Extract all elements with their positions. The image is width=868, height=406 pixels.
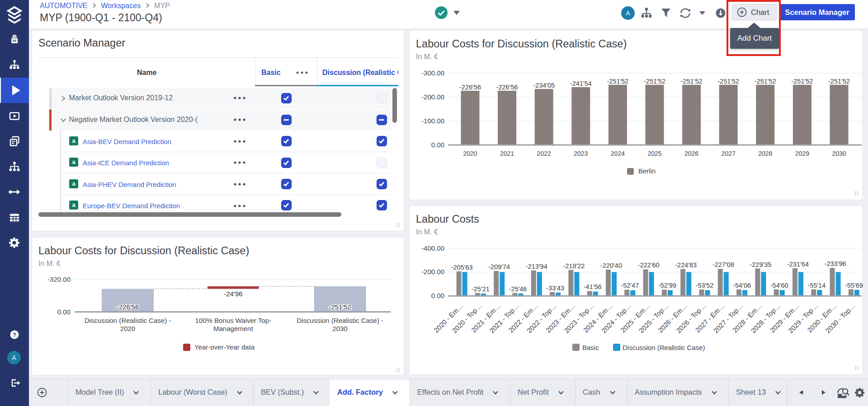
svg-text:-231'64: -231'64 bbox=[787, 261, 809, 268]
svg-text:-400.00: -400.00 bbox=[421, 244, 444, 252]
svg-text:-52'47: -52'47 bbox=[621, 282, 639, 289]
svg-text:-251'52: -251'52 bbox=[329, 303, 351, 311]
svg-text:Year-over-Year data: Year-over-Year data bbox=[194, 343, 255, 351]
svg-text:-209'74: -209'74 bbox=[488, 263, 510, 271]
svg-text:2030: 2030 bbox=[332, 325, 347, 332]
svg-text:2030: 2030 bbox=[832, 150, 846, 157]
svg-text:-227'08: -227'08 bbox=[712, 261, 734, 268]
svg-text:0.00: 0.00 bbox=[431, 141, 444, 149]
svg-text:-55'69: -55'69 bbox=[845, 282, 863, 289]
svg-text:Basic: Basic bbox=[582, 344, 599, 351]
svg-text:-52'99: -52'99 bbox=[658, 282, 676, 289]
svg-text:Management: Management bbox=[213, 325, 253, 332]
svg-text:-54'60: -54'60 bbox=[770, 282, 788, 289]
svg-text:-251'52: -251'52 bbox=[791, 78, 813, 85]
svg-text:-41'56: -41'56 bbox=[584, 283, 602, 290]
svg-text:Discussion (Realistic Case) -: Discussion (Realistic Case) - bbox=[85, 317, 171, 324]
svg-text:-25'46: -25'46 bbox=[509, 285, 527, 293]
svg-text:Berlin: Berlin bbox=[638, 167, 656, 175]
svg-text:-251'52: -251'52 bbox=[828, 78, 850, 85]
svg-text:2020: 2020 bbox=[463, 150, 477, 157]
svg-text:-251'52: -251'52 bbox=[607, 78, 628, 85]
svg-text:-55'14: -55'14 bbox=[807, 282, 826, 289]
svg-text:-226'56: -226'56 bbox=[117, 303, 139, 311]
svg-text:2028: 2028 bbox=[758, 150, 772, 157]
svg-text:2026: 2026 bbox=[684, 150, 698, 157]
svg-text:-224'83: -224'83 bbox=[675, 261, 697, 269]
svg-text:-218'22: -218'22 bbox=[563, 262, 585, 270]
svg-text:-234'05: -234'05 bbox=[533, 82, 555, 89]
svg-text:100% Bonus Waiver Top-: 100% Bonus Waiver Top- bbox=[195, 317, 271, 324]
svg-text:2024: 2024 bbox=[611, 150, 625, 157]
svg-text:-205'63: -205'63 bbox=[451, 264, 473, 271]
svg-text:Discussion (Realistic Case) -: Discussion (Realistic Case) - bbox=[297, 317, 383, 324]
svg-text:2027: 2027 bbox=[722, 150, 736, 157]
svg-text:2021: 2021 bbox=[500, 150, 514, 157]
svg-text:-233'96: -233'96 bbox=[825, 260, 846, 267]
svg-text:-33'43: -33'43 bbox=[546, 285, 564, 292]
svg-text:-251'52: -251'52 bbox=[644, 78, 665, 85]
svg-text:-251'52: -251'52 bbox=[755, 78, 776, 85]
svg-text:-25'21: -25'21 bbox=[472, 285, 490, 293]
svg-text:2023: 2023 bbox=[574, 150, 588, 157]
svg-text:-226'56: -226'56 bbox=[496, 84, 518, 91]
svg-text:-54'06: -54'06 bbox=[733, 282, 751, 289]
svg-text:-222'60: -222'60 bbox=[638, 261, 660, 269]
svg-text:-24'96: -24'96 bbox=[224, 290, 242, 298]
svg-text:2025: 2025 bbox=[647, 150, 661, 157]
svg-text:-251'52: -251'52 bbox=[681, 78, 703, 85]
svg-text:-200.00: -200.00 bbox=[421, 93, 444, 101]
svg-text:2029: 2029 bbox=[795, 150, 809, 157]
svg-text:-229'35: -229'35 bbox=[750, 261, 771, 268]
svg-text:Discussion (Realistic Case): Discussion (Realistic Case) bbox=[623, 344, 705, 351]
svg-text:0.00: 0.00 bbox=[57, 308, 71, 316]
svg-text:-241'54: -241'54 bbox=[570, 80, 592, 87]
svg-text:-220'40: -220'40 bbox=[600, 262, 622, 269]
svg-text:2020: 2020 bbox=[120, 325, 135, 332]
svg-text:0.00: 0.00 bbox=[431, 292, 444, 299]
svg-text:-100.00: -100.00 bbox=[421, 117, 444, 125]
svg-text:-226'56: -226'56 bbox=[459, 84, 481, 91]
svg-text:-200.00: -200.00 bbox=[421, 268, 444, 275]
svg-text:-320.00: -320.00 bbox=[47, 275, 71, 283]
svg-text:-53'52: -53'52 bbox=[696, 282, 714, 289]
svg-text:?: ? bbox=[13, 331, 16, 338]
svg-text:-251'52: -251'52 bbox=[717, 78, 739, 85]
svg-text:-213'94: -213'94 bbox=[526, 263, 547, 270]
svg-text:2022: 2022 bbox=[537, 150, 551, 157]
svg-text:-300.00: -300.00 bbox=[421, 69, 444, 77]
